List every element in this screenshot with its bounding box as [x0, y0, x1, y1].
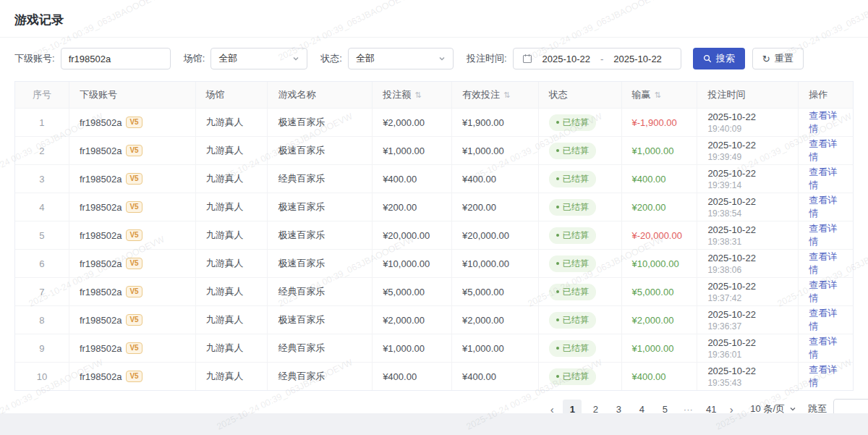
reset-icon: ↻	[762, 54, 770, 64]
column-header-bet-time: 投注时间	[697, 82, 799, 108]
view-details-link[interactable]: 查看详情	[809, 363, 843, 389]
view-details-link[interactable]: 查看详情	[809, 109, 843, 135]
cell-action: 查看详情	[799, 193, 853, 221]
table-row: 10 fr198502a V5 九游真人 经典百家乐 ¥400.00 ¥400.…	[15, 362, 853, 390]
view-details-link[interactable]: 查看详情	[809, 194, 843, 220]
filter-status: 状态: 全部	[320, 48, 454, 69]
cell-valid-bet: ¥10,000.00	[452, 250, 539, 277]
status-badge: 已结算	[549, 227, 596, 244]
cell-winloss: ¥10,000.00	[622, 250, 698, 277]
cell-status: 已结算	[539, 278, 622, 305]
bet-date-text: 2025-10-22	[707, 281, 756, 292]
bet-time-text: 19:38:06	[707, 265, 741, 275]
status-dot-icon	[556, 262, 559, 265]
account-input[interactable]	[61, 48, 171, 69]
cell-account: fr198502a V5	[69, 250, 196, 277]
search-button[interactable]: 搜索	[693, 48, 745, 69]
account-text: fr198502a	[80, 202, 122, 213]
cell-account: fr198502a V5	[69, 306, 196, 334]
view-details-link[interactable]: 查看详情	[809, 307, 843, 333]
cell-venue: 九游真人	[196, 221, 268, 249]
cell-valid-bet: ¥1,900.00	[452, 109, 539, 136]
account-label: 下级账号:	[14, 52, 55, 65]
bet-date-text: 2025-10-22	[707, 140, 756, 151]
cell-index: 4	[15, 193, 69, 221]
view-details-link[interactable]: 查看详情	[809, 279, 843, 305]
cell-venue: 九游真人	[196, 363, 268, 390]
reset-button-label: 重置	[775, 52, 793, 65]
date-range-picker[interactable]: 2025-10-22 - 2025-10-22	[513, 48, 681, 69]
cell-winloss: ¥2,000.00	[622, 306, 698, 334]
cell-bet-amount: ¥20,000.00	[373, 221, 452, 249]
column-header-valid-bet-label: 有效投注	[462, 88, 500, 101]
cell-bet-time: 2025-10-22 19:39:49	[697, 137, 799, 164]
account-text: fr198502a	[80, 174, 122, 185]
cell-status: 已结算	[539, 165, 622, 193]
view-details-link[interactable]: 查看详情	[809, 138, 843, 164]
column-header-bet[interactable]: 投注额 ⇅	[373, 82, 452, 108]
cell-game-name: 经典百家乐	[268, 278, 373, 305]
cell-index: 1	[15, 109, 69, 136]
vip-level-badge: V5	[126, 145, 142, 156]
status-select-value: 全部	[356, 52, 375, 65]
cell-action: 查看详情	[799, 109, 853, 136]
venue-select[interactable]: 全部	[210, 48, 307, 69]
column-header-game: 游戏名称	[268, 82, 373, 108]
table-row: 7 fr198502a V5 九游真人 经典百家乐 ¥5,000.00 ¥5,0…	[15, 277, 853, 305]
cell-action: 查看详情	[799, 306, 853, 334]
table-row: 1 fr198502a V5 九游真人 极速百家乐 ¥2,000.00 ¥1,9…	[15, 108, 853, 136]
cell-winloss: ¥-20,000.00	[622, 221, 698, 249]
cell-bet-time: 2025-10-22 19:39:14	[697, 165, 799, 193]
status-dot-icon	[556, 177, 559, 180]
view-details-link[interactable]: 查看详情	[809, 166, 843, 192]
cell-bet-amount: ¥2,000.00	[373, 306, 452, 334]
column-header-action: 操作	[799, 82, 853, 108]
cell-action: 查看详情	[799, 363, 853, 390]
cell-valid-bet: ¥1,000.00	[452, 334, 539, 362]
status-badge: 已结算	[549, 368, 596, 385]
cell-bet-time: 2025-10-22 19:35:43	[697, 363, 799, 390]
vip-level-badge: V5	[126, 117, 142, 128]
venue-label: 场馆:	[184, 52, 205, 65]
view-details-link[interactable]: 查看详情	[809, 335, 843, 361]
chevron-down-icon	[438, 55, 446, 62]
table-row: 8 fr198502a V5 九游真人 极速百家乐 ¥2,000.00 ¥2,0…	[15, 305, 853, 334]
cell-valid-bet: ¥200.00	[452, 193, 539, 221]
cell-venue: 九游真人	[196, 109, 268, 136]
status-dot-icon	[556, 290, 559, 293]
cell-venue: 九游真人	[196, 250, 268, 277]
bet-date-text: 2025-10-22	[707, 224, 756, 236]
bet-time-text: 19:35:43	[707, 378, 741, 388]
cell-venue: 九游真人	[196, 165, 268, 193]
account-text: fr198502a	[80, 117, 122, 128]
status-select[interactable]: 全部	[348, 48, 454, 69]
account-text: fr198502a	[80, 315, 122, 326]
sort-icon[interactable]: ⇅	[655, 90, 661, 100]
vip-level-badge: V5	[126, 201, 142, 213]
status-dot-icon	[556, 149, 559, 152]
bet-date-text: 2025-10-22	[707, 366, 756, 377]
status-dot-icon	[556, 121, 559, 124]
bet-time-text: 19:36:37	[707, 321, 741, 331]
column-header-winloss[interactable]: 输赢 ⇅	[622, 82, 698, 108]
sort-icon[interactable]: ⇅	[503, 90, 510, 100]
cell-valid-bet: ¥2,000.00	[452, 306, 539, 334]
venue-select-value: 全部	[218, 52, 237, 65]
sort-icon[interactable]: ⇅	[414, 90, 421, 100]
column-header-valid-bet[interactable]: 有效投注 ⇅	[452, 82, 539, 108]
bet-time-text: 19:36:01	[707, 350, 741, 360]
bet-time-label: 投注时间:	[467, 52, 507, 65]
reset-button[interactable]: ↻ 重置	[752, 48, 804, 69]
cell-action: 查看详情	[799, 165, 853, 193]
cell-game-name: 极速百家乐	[268, 109, 373, 136]
view-details-link[interactable]: 查看详情	[809, 222, 843, 248]
cell-account: fr198502a V5	[69, 165, 196, 193]
cell-valid-bet: ¥5,000.00	[452, 278, 539, 305]
cell-account: fr198502a V5	[69, 193, 196, 221]
bet-time-text: 19:39:49	[707, 152, 741, 162]
filter-bar: 下级账号: 场馆: 全部 状态: 全部 投注时间: 2025-10-22 - 2…	[0, 38, 868, 81]
view-details-link[interactable]: 查看详情	[809, 250, 843, 276]
cell-winloss: ¥400.00	[622, 165, 698, 193]
bet-date-text: 2025-10-22	[707, 111, 756, 123]
cell-bet-amount: ¥10,000.00	[373, 250, 452, 277]
